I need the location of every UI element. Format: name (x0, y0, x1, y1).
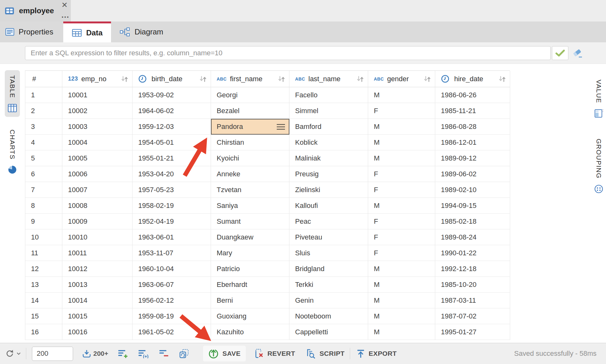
sort-icon[interactable] (121, 75, 128, 83)
column-header-gender[interactable]: ABCgender (368, 71, 435, 87)
sort-icon[interactable] (199, 75, 207, 83)
row-number[interactable]: 12 (25, 261, 62, 277)
panel-tab-value[interactable]: VALUE I (591, 75, 606, 122)
cell-first_name[interactable]: Anneke (211, 166, 289, 182)
column-header-hire_date[interactable]: hire_date (435, 71, 510, 87)
cell-emp_no[interactable]: 10010 (62, 229, 133, 245)
cell-menu-icon[interactable] (276, 123, 286, 130)
cell-emp_no[interactable]: 10001 (62, 87, 133, 103)
cell-hire_date[interactable]: 1989-09-12 (435, 150, 510, 166)
row-number[interactable]: 6 (25, 166, 62, 182)
cell-hire_date[interactable]: 1985-11-21 (435, 103, 510, 119)
cell-emp_no[interactable]: 10009 (62, 214, 133, 229)
cell-gender[interactable]: F (368, 166, 435, 182)
cell-last_name[interactable]: Peac (289, 214, 368, 229)
sort-icon[interactable] (356, 75, 364, 83)
cell-emp_no[interactable]: 10006 (62, 166, 133, 182)
cell-first_name[interactable]: Guoxiang (211, 308, 289, 324)
row-number[interactable]: 10 (25, 229, 62, 245)
tab-properties[interactable]: Properties (0, 21, 63, 42)
cell-first_name[interactable]: Mary (211, 245, 289, 261)
cell-last_name[interactable]: Genin (289, 293, 368, 308)
refresh-row-button[interactable] (179, 349, 189, 358)
cell-first_name[interactable]: Eberhardt (211, 277, 289, 293)
cell-gender[interactable]: M (368, 119, 435, 135)
cell-hire_date[interactable]: 1985-10-20 (435, 277, 510, 293)
panel-tab-table[interactable]: TABLE (5, 70, 20, 117)
cell-hire_date[interactable]: 1986-12-01 (435, 135, 510, 150)
cell-emp_no[interactable]: 10013 (62, 277, 133, 293)
cell-last_name[interactable]: Nooteboom (289, 308, 368, 324)
export-button[interactable]: EXPORT (356, 349, 397, 358)
sql-filter-input[interactable] (25, 46, 551, 60)
cell-first_name[interactable]: Saniya (211, 198, 289, 214)
cell-emp_no[interactable]: 10008 (62, 198, 133, 214)
cell-gender[interactable]: M (368, 135, 435, 150)
cell-gender[interactable]: M (368, 308, 435, 324)
cell-birth_date[interactable]: 1956-02-12 (133, 293, 211, 308)
cell-hire_date[interactable]: 1985-02-18 (435, 214, 510, 229)
cell-hire_date[interactable]: 1989-06-02 (435, 166, 510, 182)
cell-hire_date[interactable]: 1986-08-28 (435, 119, 510, 135)
cell-birth_date[interactable]: 1959-08-19 (133, 308, 211, 324)
cell-first_name[interactable]: Sumant (211, 214, 289, 229)
row-number[interactable]: 1 (25, 87, 62, 103)
row-number[interactable]: 8 (25, 198, 62, 214)
cell-hire_date[interactable]: 1989-08-24 (435, 229, 510, 245)
cell-birth_date[interactable]: 1955-01-21 (133, 150, 211, 166)
cell-emp_no[interactable]: 10004 (62, 135, 133, 150)
cell-gender[interactable]: M (368, 261, 435, 277)
cell-hire_date[interactable]: 1986-06-26 (435, 87, 510, 103)
sort-icon[interactable] (424, 75, 431, 83)
cell-gender[interactable]: F (368, 103, 435, 119)
cell-birth_date[interactable]: 1963-06-07 (133, 277, 211, 293)
cell-last_name[interactable]: Terkki (289, 277, 368, 293)
sort-icon[interactable] (498, 75, 506, 83)
cell-emp_no[interactable]: 10012 (62, 261, 133, 277)
delete-row-button[interactable] (159, 349, 170, 358)
cell-hire_date[interactable]: 1987-07-02 (435, 308, 510, 324)
cell-first_name[interactable]: Berni (211, 293, 289, 308)
cell-first_name[interactable]: Bezalel (211, 103, 289, 119)
tab-data[interactable]: Data (63, 21, 111, 42)
cell-first_name[interactable]: Kyoichi (211, 150, 289, 166)
cell-birth_date[interactable]: 1964-06-02 (133, 103, 211, 119)
cell-gender[interactable]: F (368, 214, 435, 229)
row-number[interactable]: 16 (25, 324, 62, 340)
cell-first_name[interactable]: Chirstian (211, 135, 289, 150)
row-number[interactable]: 4 (25, 135, 62, 150)
apply-filter-button[interactable] (552, 46, 568, 60)
column-header-birth_date[interactable]: birth_date (133, 71, 211, 87)
add-row-button[interactable] (118, 349, 128, 358)
fetch-size-input[interactable] (32, 347, 73, 361)
cell-last_name[interactable]: Bridgland (289, 261, 368, 277)
cell-hire_date[interactable]: 1990-01-22 (435, 245, 510, 261)
script-button[interactable]: SCRIPT (306, 349, 344, 359)
edited-cell-first_name[interactable]: Pandora (211, 119, 289, 135)
cell-first_name[interactable]: Tzvetan (211, 182, 289, 198)
cell-hire_date[interactable]: 1994-09-15 (435, 198, 510, 214)
cell-hire_date[interactable]: 1987-03-11 (435, 293, 510, 308)
row-number[interactable]: 3 (25, 119, 62, 135)
row-number[interactable]: 9 (25, 214, 62, 229)
cell-first_name[interactable]: Kazuhito (211, 324, 289, 340)
cell-hire_date[interactable]: 1995-01-27 (435, 324, 510, 340)
cell-birth_date[interactable]: 1954-05-01 (133, 135, 211, 150)
cell-last_name[interactable]: Facello (289, 87, 368, 103)
cell-gender[interactable]: M (368, 324, 435, 340)
cell-first_name[interactable]: Georgi (211, 87, 289, 103)
cell-birth_date[interactable]: 1960-10-04 (133, 261, 211, 277)
cell-gender[interactable]: M (368, 87, 435, 103)
cell-gender[interactable]: F (368, 182, 435, 198)
cell-emp_no[interactable]: 10005 (62, 150, 133, 166)
cell-birth_date[interactable]: 1953-04-20 (133, 166, 211, 182)
cell-gender[interactable]: F (368, 229, 435, 245)
tab-diagram[interactable]: Diagram (111, 21, 172, 42)
cell-birth_date[interactable]: 1963-06-01 (133, 229, 211, 245)
cell-first_name[interactable]: Duangkaew (211, 229, 289, 245)
cell-gender[interactable]: M (368, 293, 435, 308)
cell-emp_no[interactable]: 10015 (62, 308, 133, 324)
cell-hire_date[interactable]: 1992-12-18 (435, 261, 510, 277)
duplicate-row-button[interactable]: (+) (138, 349, 149, 358)
clear-filter-button[interactable] (571, 47, 584, 59)
